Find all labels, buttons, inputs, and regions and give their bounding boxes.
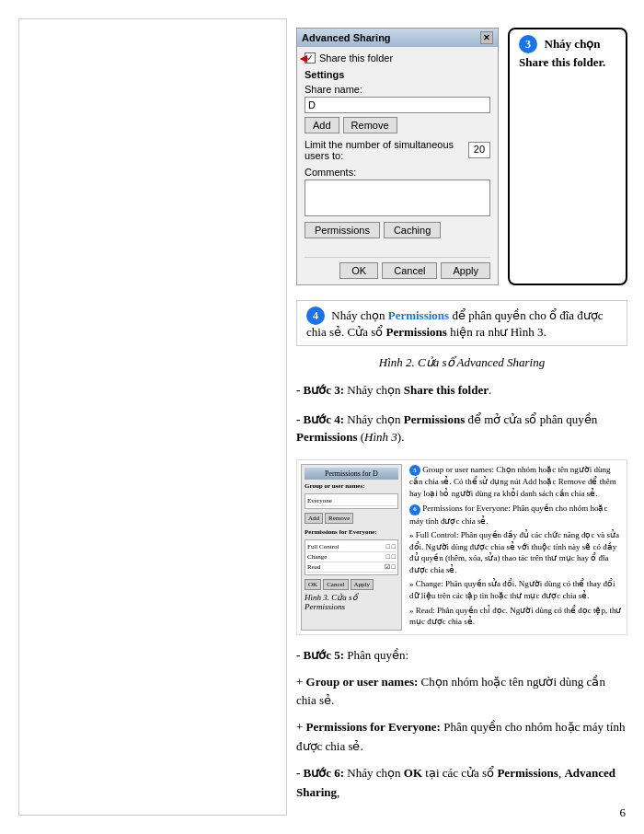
step3-text: Nháy chọn: [344, 383, 404, 397]
step5-body: Phân quyền:: [344, 648, 408, 662]
apply-button[interactable]: Apply: [441, 262, 490, 279]
step3-text: - Bước 3: Nháy chọn Share this folder.: [296, 381, 627, 400]
note3-bullet3: » Read: Phân quyền chỉ đọc. Người dùng c…: [409, 605, 623, 628]
permissions-thumb-title: Permissions for D: [305, 468, 398, 480]
step6-b2: Advanced: [564, 766, 615, 780]
add-remove-row: Add Remove: [305, 117, 490, 133]
callout4-text-before: Nháy chọn: [331, 308, 387, 322]
permissions-caching-row: Permissions Caching: [305, 222, 490, 238]
callout3-line2: Share this folder.: [519, 55, 616, 70]
fig2-caption-text: Hình 2. Cửa sổ Advanced Sharing: [379, 355, 545, 369]
fullcontrol-label: Full Control: [307, 543, 339, 550]
step5-prefix: - Bước 5:: [296, 648, 344, 662]
remove-button[interactable]: Remove: [343, 117, 397, 133]
fig3-caption: Hình 3. Cửa sổ Permissions: [305, 593, 398, 611]
note1: 5 Group or user names: Chọn nhóm hoặc tê…: [409, 464, 623, 500]
advanced-sharing-dialog: Advanced Sharing ✕ ◄ ✓ Share this folder…: [296, 28, 499, 285]
permissions-notes: 5 Group or user names: Chọn nhóm hoặc tê…: [409, 464, 623, 631]
step6-b1: Permissions: [497, 766, 558, 780]
step4-end: ).: [397, 430, 405, 444]
read-row: Read ☑ □: [307, 562, 396, 573]
perm-section: Full Control □ □ Change □ □ Read ☑ □: [305, 539, 398, 575]
step6-b3: Sharing: [296, 785, 337, 799]
limit-spinner[interactable]: 20: [468, 142, 490, 158]
everyone-row: Everyone: [307, 496, 396, 506]
note2-num: 6: [409, 504, 420, 515]
arrow-indicator: ◄: [297, 51, 310, 65]
step6-sep1: ,: [558, 766, 561, 780]
share-name-input[interactable]: [305, 97, 490, 113]
step3-prefix: - Bước 3:: [296, 383, 344, 397]
right-content: Advanced Sharing ✕ ◄ ✓ Share this folder…: [287, 18, 644, 816]
change-label: Change: [307, 553, 327, 561]
ok-button[interactable]: OK: [339, 262, 378, 279]
thumb-apply-btn: Apply: [351, 579, 374, 590]
note2: 6 Permissions for Everyone: Phân quyền c…: [409, 503, 623, 527]
left-margin: [18, 18, 287, 816]
cancel-button[interactable]: Cancel: [382, 262, 437, 279]
callout4-permissions-word: Permissions: [388, 308, 449, 322]
thumb-btn-row: Add Remove: [305, 513, 398, 524]
callout4-permissions-word2: Permissions: [385, 325, 446, 339]
note2-text: Permissions for Everyone: Phân quyền cho…: [409, 504, 607, 526]
note3-bullet1: » Full Control: Phân quyền đầy đủ các ch…: [409, 529, 623, 575]
fullcontrol-row: Full Control □ □: [307, 542, 396, 552]
permissions-figure: Permissions for D Group or user names: E…: [296, 459, 627, 635]
share-folder-label: Share this folder: [319, 52, 393, 64]
dialog-and-callout: Advanced Sharing ✕ ◄ ✓ Share this folder…: [296, 28, 627, 285]
limit-label: Limit the number of simultaneous users t…: [305, 139, 465, 161]
step6-sep2: ,: [337, 785, 339, 799]
note3-b1: Full Control: Phân quyền đầy đủ các chức…: [409, 530, 619, 574]
permissions-thumb-content: Group or user names: Everyone Add Remove…: [305, 482, 398, 590]
caching-button[interactable]: Caching: [384, 222, 441, 238]
step4-text3: (: [357, 430, 364, 444]
dialog-close-button[interactable]: ✕: [480, 31, 493, 44]
callout3-line1: Nháy chọn: [545, 37, 601, 51]
group-label: Group or user names:: [305, 482, 398, 490]
limit-row: Limit the number of simultaneous users t…: [305, 139, 490, 161]
step4-text: - Bước 4: Nháy chọn Permissions để mở cử…: [296, 411, 627, 446]
thumb-cancel-btn: Cancel: [323, 579, 348, 590]
step6-ok: OK: [404, 766, 422, 780]
share-name-label: Share name:: [305, 84, 490, 95]
note1-text: Group or user names: Chọn nhóm hoặc tên …: [409, 465, 616, 499]
note3-bullet2: » Change: Phân quyền sửa đổi. Người dùng…: [409, 578, 623, 601]
step4-italic: Hình 3: [364, 430, 397, 444]
change-row: Change □ □: [307, 552, 396, 562]
step4-text: Nháy chọn: [344, 412, 404, 426]
thumb-remove-btn: Remove: [325, 513, 353, 524]
step4-text2: để mở cửa sổ phân quyền: [465, 412, 597, 426]
note1-num: 5: [409, 465, 420, 476]
callout3-number: 3: [519, 35, 537, 53]
step5-plus2: +: [296, 720, 306, 734]
comments-label: Comments:: [305, 167, 490, 178]
step3-bold: Share this folder: [404, 383, 489, 397]
note3-b2: Change: Phân quyền sửa đổi. Người dùng c…: [409, 579, 615, 600]
permissions-thumbnail: Permissions for D Group or user names: E…: [301, 464, 402, 631]
everyone-label: Everyone: [307, 497, 332, 504]
callout-step4: 4 Nháy chọn Permissions để phân quyền ch…: [296, 300, 627, 346]
callout4-text-end: hiện ra như Hình 3.: [447, 325, 546, 339]
step6-prefix: - Bước 6:: [296, 766, 344, 780]
note3-b3: Read: Phân quyền chỉ đọc. Người dùng có …: [409, 606, 621, 627]
comments-area[interactable]: [305, 180, 490, 216]
step5-text: - Bước 5: Phân quyền:: [296, 646, 627, 666]
step6-text: Nháy chọn: [344, 766, 404, 780]
callout3-header: 3 Nháy chọn: [519, 35, 616, 53]
dialog-title: Advanced Sharing: [302, 32, 391, 43]
settings-label: Settings: [305, 69, 490, 80]
callout4-number: 4: [306, 307, 325, 325]
step4-prefix: - Bước 4:: [296, 412, 344, 426]
step6-text2: tại các cửa sổ: [422, 766, 497, 780]
step4-bold2: Permissions: [296, 430, 357, 444]
callout-step3: 3 Nháy chọn Share this folder.: [508, 28, 627, 285]
dialog-body: ◄ ✓ Share this folder Settings Share nam…: [297, 47, 498, 284]
permissions-button[interactable]: Permissions: [305, 222, 380, 238]
step6-text: - Bước 6: Nháy chọn OK tại các cửa sổ Pe…: [296, 764, 627, 803]
add-button[interactable]: Add: [305, 117, 339, 133]
thumb-action-row: OK Cancel Apply: [305, 579, 398, 590]
step5-group-text: + Group or user names: Chọn nhóm hoặc tê…: [296, 673, 627, 712]
action-buttons-row: OK Cancel Apply: [305, 257, 490, 279]
group-section: Everyone: [305, 493, 398, 509]
fig2-caption: Hình 2. Cửa sổ Advanced Sharing: [296, 355, 627, 370]
